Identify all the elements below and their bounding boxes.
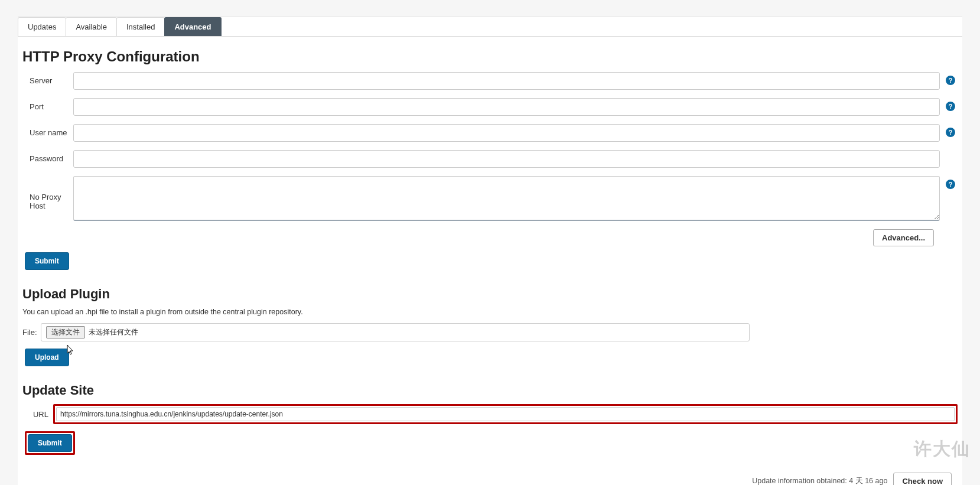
tab-advanced[interactable]: Advanced [164,17,221,36]
tab-installed[interactable]: Installed [116,17,165,36]
update-site-submit-button[interactable]: Submit [28,434,72,452]
proxy-advanced-button[interactable]: Advanced... [873,229,934,246]
help-icon[interactable]: ? [946,128,955,137]
file-label: File: [22,328,41,337]
noproxy-label: No Proxy Host [22,176,73,210]
proxy-heading: HTTP Proxy Configuration [22,48,958,65]
choose-file-button[interactable]: 选择文件 [46,326,85,338]
upload-heading: Upload Plugin [22,287,958,302]
port-label: Port [22,98,73,111]
server-label: Server [22,72,73,85]
server-input[interactable] [73,72,940,90]
username-input[interactable] [73,124,940,142]
port-input[interactable] [73,98,940,116]
file-status: 未选择任何文件 [89,327,138,337]
submit-highlight-box: Submit [25,431,75,455]
upload-description: You can upload an .hpi file to install a… [22,308,958,316]
cursor-icon [65,344,76,356]
password-input[interactable] [73,150,940,168]
help-icon[interactable]: ? [946,102,955,111]
url-highlight-box [53,404,958,424]
tab-available[interactable]: Available [66,17,117,36]
update-site-heading: Update Site [22,383,958,398]
tabs: Updates Available Installed Advanced [18,17,962,37]
proxy-submit-button[interactable]: Submit [25,252,69,270]
update-info-text: Update information obtained: 4 天 16 ago [752,476,887,485]
url-label: URL [22,410,51,419]
password-label: Password [22,150,73,163]
file-input-wrap[interactable]: 选择文件 未选择任何文件 [41,323,750,341]
username-label: User name [22,124,73,137]
url-input[interactable] [56,407,955,421]
check-now-button[interactable]: Check now [893,473,952,485]
help-icon[interactable]: ? [946,76,955,85]
tab-updates[interactable]: Updates [18,17,66,36]
noproxy-textarea[interactable] [73,176,940,221]
help-icon[interactable]: ? [946,180,955,189]
upload-button[interactable]: Upload [25,349,69,366]
